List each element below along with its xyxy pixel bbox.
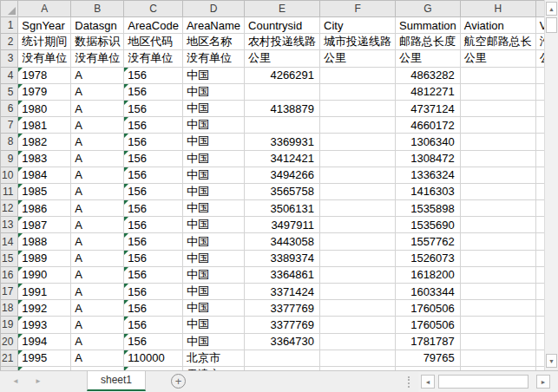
cell-F11[interactable] xyxy=(320,183,396,199)
cell-H18[interactable] xyxy=(460,300,535,317)
row-header-11[interactable]: 11 xyxy=(1,183,18,199)
cell-I7[interactable] xyxy=(535,117,544,134)
cell-G4[interactable]: 4863282 xyxy=(396,67,461,83)
cell-G15[interactable]: 1526073 xyxy=(396,250,461,266)
cell-D21[interactable]: 北京市 xyxy=(182,350,244,366)
cell-H5[interactable] xyxy=(460,83,535,100)
cell-G14[interactable]: 1557762 xyxy=(396,233,461,250)
cell-C8[interactable]: 156 xyxy=(124,134,183,150)
cell-G11[interactable]: 1416303 xyxy=(396,183,461,199)
cell-C5[interactable]: 156 xyxy=(124,83,183,100)
cell-D13[interactable]: 中国 xyxy=(182,217,244,233)
column-header-G[interactable]: G xyxy=(396,1,461,17)
cell-I9[interactable] xyxy=(535,150,544,167)
cell-G6[interactable]: 4737124 xyxy=(396,100,461,116)
cell-B10[interactable]: A xyxy=(71,167,124,183)
cell-G7[interactable]: 4660172 xyxy=(396,117,461,134)
cell-B4[interactable]: A xyxy=(71,67,124,83)
cell-G18[interactable]: 1760506 xyxy=(396,300,461,317)
cell-E20[interactable]: 3364730 xyxy=(245,333,320,350)
cell-I11[interactable] xyxy=(535,183,544,199)
cell-F7[interactable] xyxy=(320,117,396,134)
cell-A8[interactable]: 1982 xyxy=(18,134,71,150)
cell-A9[interactable]: 1983 xyxy=(18,150,71,167)
cell-B17[interactable]: A xyxy=(71,284,124,300)
cell-H8[interactable] xyxy=(460,134,535,150)
cell-A14[interactable]: 1988 xyxy=(18,233,71,250)
cell-I4[interactable] xyxy=(535,67,544,83)
cell-D9[interactable]: 中国 xyxy=(182,150,244,167)
cell-D7[interactable]: 中国 xyxy=(182,117,244,134)
cell-C2[interactable]: 地区代码 xyxy=(124,34,183,50)
cell-A1[interactable]: SgnYear xyxy=(18,17,71,34)
cell-F6[interactable] xyxy=(320,100,396,116)
row-header-12[interactable]: 12 xyxy=(1,200,18,217)
row-header-19[interactable]: 19 xyxy=(1,317,18,333)
cell-A11[interactable]: 1985 xyxy=(18,183,71,199)
cell-I19[interactable] xyxy=(535,317,544,333)
cell-B1[interactable]: Datasgn xyxy=(71,17,124,34)
cell-B16[interactable]: A xyxy=(71,266,124,283)
cell-B11[interactable]: A xyxy=(71,183,124,199)
scroll-down-button[interactable]: ▼ xyxy=(546,354,557,368)
row-header-13[interactable]: 13 xyxy=(1,217,18,233)
cell-E21[interactable] xyxy=(245,350,320,366)
cell-E9[interactable]: 3412421 xyxy=(245,150,320,167)
cell-G20[interactable]: 1781787 xyxy=(396,333,461,350)
cell-B8[interactable]: A xyxy=(71,134,124,150)
cell-A6[interactable]: 1980 xyxy=(18,100,71,116)
row-header-18[interactable]: 18 xyxy=(1,300,18,317)
row-header-10[interactable]: 10 xyxy=(1,167,18,183)
scrollbar-resize-grip[interactable] xyxy=(408,376,410,388)
cell-G5[interactable]: 4812271 xyxy=(396,83,461,100)
cell-A7[interactable]: 1981 xyxy=(18,117,71,134)
cell-A15[interactable]: 1989 xyxy=(18,250,71,266)
cell-F9[interactable] xyxy=(320,150,396,167)
tab-nav-right-icon[interactable]: ► xyxy=(35,378,42,385)
cell-F2[interactable]: 城市投递线路 xyxy=(320,34,396,50)
cell-E12[interactable]: 3506131 xyxy=(245,200,320,217)
cell-C9[interactable]: 156 xyxy=(124,150,183,167)
cell-G17[interactable]: 1603344 xyxy=(396,284,461,300)
cell-H6[interactable] xyxy=(460,100,535,116)
cell-E8[interactable]: 3369931 xyxy=(245,134,320,150)
cell-I13[interactable] xyxy=(535,217,544,233)
column-header-C[interactable]: C xyxy=(124,1,183,17)
cell-C19[interactable]: 156 xyxy=(124,317,183,333)
row-header-14[interactable]: 14 xyxy=(1,233,18,250)
cell-D5[interactable]: 中国 xyxy=(182,83,244,100)
cell-H21[interactable] xyxy=(460,350,535,366)
row-header-4[interactable]: 4 xyxy=(1,67,18,83)
cell-E10[interactable]: 3494266 xyxy=(245,167,320,183)
cell-A18[interactable]: 1992 xyxy=(18,300,71,317)
cell-H2[interactable]: 航空邮路总长 xyxy=(460,34,535,50)
column-header-I[interactable]: I xyxy=(535,1,544,17)
cell-F18[interactable] xyxy=(320,300,396,317)
row-header-15[interactable]: 15 xyxy=(1,250,18,266)
row-header-21[interactable]: 21 xyxy=(1,350,18,366)
cell-A16[interactable]: 1990 xyxy=(18,266,71,283)
cell-C4[interactable]: 156 xyxy=(124,67,183,83)
cell-D20[interactable]: 中国 xyxy=(182,333,244,350)
row-header-7[interactable]: 7 xyxy=(1,117,18,134)
cell-H7[interactable] xyxy=(460,117,535,134)
cell-F12[interactable] xyxy=(320,200,396,217)
cell-I14[interactable] xyxy=(535,233,544,250)
cell-C12[interactable]: 156 xyxy=(124,200,183,217)
cell-I15[interactable] xyxy=(535,250,544,266)
cell-E15[interactable]: 3389374 xyxy=(245,250,320,266)
cell-D16[interactable]: 中国 xyxy=(182,266,244,283)
cell-G8[interactable]: 1306340 xyxy=(396,134,461,150)
cell-G13[interactable]: 1535690 xyxy=(396,217,461,233)
cell-E16[interactable]: 3364861 xyxy=(245,266,320,283)
row-header-9[interactable]: 9 xyxy=(1,150,18,167)
cell-H10[interactable] xyxy=(460,167,535,183)
cell-G21[interactable]: 79765 xyxy=(396,350,461,366)
row-header-16[interactable]: 16 xyxy=(1,266,18,283)
cell-I2[interactable]: 汽 xyxy=(535,34,544,50)
cell-B3[interactable]: 没有单位 xyxy=(71,50,124,67)
cell-I20[interactable] xyxy=(535,333,544,350)
cell-F5[interactable] xyxy=(320,83,396,100)
cell-C18[interactable]: 156 xyxy=(124,300,183,317)
row-header-6[interactable]: 6 xyxy=(1,100,18,116)
